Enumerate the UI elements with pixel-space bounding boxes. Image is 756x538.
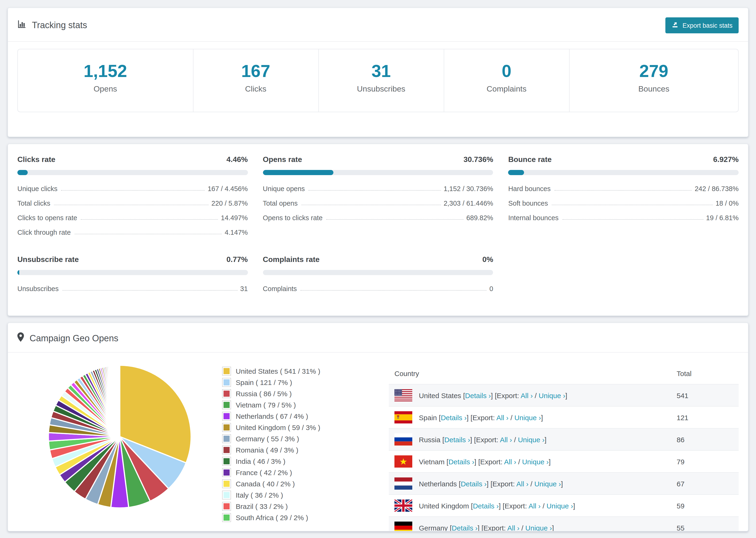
export-all-link[interactable]: All › — [496, 413, 509, 421]
progress-bar-track — [17, 170, 248, 175]
total-cell: 86 — [676, 435, 733, 443]
stat-box-unsubscribes: 31Unsubscribes — [319, 49, 444, 112]
legend-color-chip — [223, 457, 231, 465]
legend-item-spain[interactable]: Spain ( 121 / 7% ) — [223, 378, 346, 386]
legend-label: Spain ( 121 / 7% ) — [236, 378, 292, 386]
legend-item-romania[interactable]: Romania ( 49 / 3% ) — [223, 446, 346, 454]
stat-box-opens: 1,152Opens — [18, 49, 193, 112]
country-cell: United Kingdom [Details ›] [Export: All … — [419, 502, 575, 510]
export-basic-stats-button[interactable]: Export basic stats — [666, 17, 739, 33]
dotted-leader — [562, 219, 703, 220]
stat-value: 167 — [193, 62, 318, 81]
geo-title-text: Campaign Geo Opens — [29, 333, 118, 344]
legend-item-south-africa[interactable]: South Africa ( 29 / 2% ) — [223, 513, 346, 521]
stat-value: 1,152 — [18, 62, 193, 81]
total-cell: 541 — [676, 391, 733, 399]
details-link[interactable]: Details › — [452, 524, 477, 531]
legend-color-chip — [223, 513, 231, 521]
progress-bar-fill — [263, 170, 334, 175]
export-unique-link[interactable]: Unique › — [547, 502, 573, 510]
export-all-link[interactable]: All › — [504, 457, 516, 465]
legend-label: India ( 46 / 3% ) — [236, 457, 286, 465]
export-button-label: Export basic stats — [682, 22, 732, 29]
rates-card: Clicks rate4.46%Unique clicks167 / 4.456… — [8, 144, 748, 316]
rate-section: Unsubscribe rate0.77%Unsubscribes31 — [17, 255, 248, 299]
rate-title: Opens rate — [263, 155, 302, 164]
details-link[interactable]: Details › — [460, 480, 486, 488]
legend-item-united-states[interactable]: United States ( 541 / 31% ) — [223, 367, 346, 375]
rate-section: Opens rate30.736%Unique opens1,152 / 30.… — [263, 155, 493, 243]
stat-label: Unsubscribes — [319, 84, 444, 94]
rate-stat-value: 19 / 6.81% — [706, 214, 739, 222]
legend-item-india[interactable]: India ( 46 / 3% ) — [223, 457, 346, 465]
rate-stat-label: Clicks to opens rate — [17, 214, 77, 222]
details-link[interactable]: Details › — [441, 413, 466, 421]
rate-stat-label: Unique clicks — [17, 185, 58, 192]
country-cell: Spain [Details ›] [Export: All › / Uniqu… — [419, 413, 543, 421]
progress-bar-fill — [17, 270, 19, 275]
rate-stat-value: 1,152 / 30.736% — [444, 185, 493, 192]
rate-title: Bounce rate — [508, 155, 552, 164]
rate-section: Complaints rate0%Complaints0 — [263, 255, 493, 299]
total-cell: 121 — [676, 413, 733, 421]
legend-item-france[interactable]: France ( 42 / 2% ) — [223, 468, 346, 476]
export-all-link[interactable]: All › — [500, 435, 512, 443]
legend-color-chip — [223, 480, 231, 488]
export-all-link[interactable]: All › — [507, 524, 519, 531]
legend-item-brazil[interactable]: Brazil ( 33 / 2% ) — [223, 502, 346, 510]
dotted-leader — [300, 290, 486, 291]
table-row-gb: United Kingdom [Details ›] [Export: All … — [389, 494, 739, 516]
geo-table-rows: United States [Details ›] [Export: All ›… — [389, 384, 739, 531]
details-link[interactable]: Details › — [449, 457, 474, 465]
tracking-stats-header: Tracking stats Export basic stats — [8, 8, 748, 42]
progress-bar-fill — [508, 170, 524, 175]
legend-color-chip — [223, 401, 231, 409]
dotted-leader — [554, 190, 692, 190]
rate-stat-row: Clicks to opens rate14.497% — [17, 214, 248, 222]
total-cell: 67 — [676, 480, 733, 488]
geo-pie-chart — [47, 364, 192, 511]
details-link[interactable]: Details › — [473, 502, 499, 510]
rate-stat-row: Click through rate4.147% — [17, 229, 248, 236]
export-all-link[interactable]: All › — [528, 502, 541, 510]
export-unique-link[interactable]: Unique › — [539, 391, 565, 399]
rate-stat-value: 31 — [240, 285, 248, 293]
legend-item-netherlands[interactable]: Netherlands ( 67 / 4% ) — [223, 412, 346, 420]
legend-item-vietnam[interactable]: Vietnam ( 79 / 5% ) — [223, 401, 346, 409]
legend-label: Germany ( 55 / 3% ) — [236, 435, 299, 443]
stat-label: Bounces — [569, 84, 738, 94]
export-unique-link[interactable]: Unique › — [518, 435, 544, 443]
details-link[interactable]: Details › — [444, 435, 470, 443]
dotted-leader — [63, 290, 237, 291]
rate-stat-row: Complaints0 — [263, 285, 493, 293]
rate-stat-row: Unique opens1,152 / 30.736% — [263, 185, 493, 192]
country-cell: Germany [Details ›] [Export: All › / Uni… — [419, 524, 554, 531]
rate-stat-label: Hard bounces — [508, 185, 551, 192]
country-cell: Vietnam [Details ›] [Export: All › / Uni… — [419, 457, 551, 465]
details-link[interactable]: Details › — [465, 391, 491, 399]
legend-item-russia[interactable]: Russia ( 86 / 5% ) — [223, 390, 346, 398]
rate-value: 30.736% — [463, 155, 493, 164]
rate-section: Clicks rate4.46%Unique clicks167 / 4.456… — [17, 155, 248, 243]
legend-item-germany[interactable]: Germany ( 55 / 3% ) — [223, 435, 346, 443]
export-unique-link[interactable]: Unique › — [522, 457, 549, 465]
dotted-leader — [75, 234, 222, 234]
rates-body: Clicks rate4.46%Unique clicks167 / 4.456… — [8, 144, 748, 299]
rate-stat-label: Total opens — [263, 199, 297, 207]
legend-item-canada[interactable]: Canada ( 40 / 2% ) — [223, 480, 346, 488]
legend-label: Brazil ( 33 / 2% ) — [236, 502, 288, 510]
total-cell: 55 — [676, 524, 733, 531]
export-unique-link[interactable]: Unique › — [514, 413, 541, 421]
legend-label: Canada ( 40 / 2% ) — [236, 480, 295, 488]
export-all-link[interactable]: All › — [516, 480, 528, 488]
export-unique-link[interactable]: Unique › — [525, 524, 552, 531]
export-all-link[interactable]: All › — [521, 391, 533, 399]
legend-item-italy[interactable]: Italy ( 36 / 2% ) — [223, 491, 346, 499]
export-icon — [672, 21, 679, 29]
legend-color-chip — [223, 367, 231, 375]
legend-item-united-kingdom[interactable]: United Kingdom ( 59 / 3% ) — [223, 423, 346, 431]
ru-flag-icon — [395, 433, 412, 446]
rate-stat-value: 689.82% — [466, 214, 493, 222]
export-unique-link[interactable]: Unique › — [534, 480, 561, 488]
legend-color-chip — [223, 491, 231, 499]
